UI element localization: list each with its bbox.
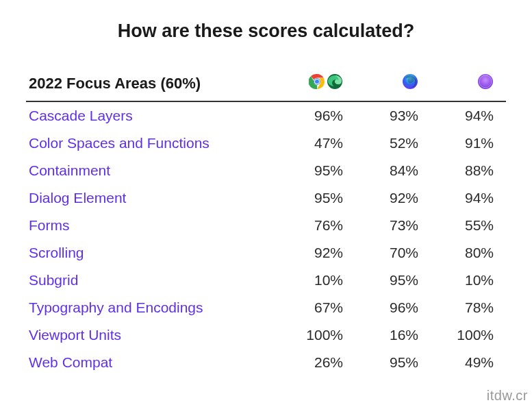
row-value: 49% (431, 349, 506, 376)
row-value: 16% (355, 321, 431, 349)
focus-areas-table: 2022 Focus Areas (60%) (26, 68, 506, 376)
row-label[interactable]: Web Compat (26, 349, 280, 376)
row-label[interactable]: Color Spaces and Functions (26, 130, 280, 157)
row-value: 92% (280, 239, 355, 267)
row-value: 67% (280, 294, 355, 321)
row-value: 70% (355, 239, 431, 267)
row-value: 73% (355, 212, 431, 239)
row-label[interactable]: Scrolling (26, 239, 280, 267)
row-label[interactable]: Containment (26, 157, 280, 184)
row-value: 94% (431, 184, 506, 212)
row-value: 52% (355, 130, 431, 157)
firefox-icon (402, 73, 418, 90)
row-value: 95% (280, 157, 355, 184)
row-value: 88% (431, 157, 506, 184)
row-value: 100% (280, 321, 355, 349)
row-label[interactable]: Subgrid (26, 267, 280, 294)
watermark-text: itdw.cr (487, 388, 528, 404)
table-header-safari (431, 68, 506, 101)
row-value: 10% (431, 267, 506, 294)
table-row: Typography and Encodings 67% 96% 78% (26, 294, 506, 321)
table-row: Containment 95% 84% 88% (26, 157, 506, 184)
table-row: Web Compat 26% 95% 49% (26, 349, 506, 376)
row-value: 47% (280, 130, 355, 157)
row-value: 78% (431, 294, 506, 321)
table-row: Scrolling 92% 70% 80% (26, 239, 506, 267)
table-header-label: 2022 Focus Areas (60%) (26, 68, 280, 101)
chrome-dev-icon (309, 73, 325, 90)
row-value: 94% (431, 101, 506, 130)
table-row: Viewport Units 100% 16% 100% (26, 321, 506, 349)
row-label[interactable]: Cascade Layers (26, 101, 280, 130)
table-body: Cascade Layers 96% 93% 94% Color Spaces … (26, 101, 506, 376)
svg-point-6 (478, 74, 493, 89)
row-value: 91% (431, 130, 506, 157)
row-value: 10% (280, 267, 355, 294)
table-row: Dialog Element 95% 92% 94% (26, 184, 506, 212)
row-value: 80% (431, 239, 506, 267)
page-title: How are these scores calculated? (26, 21, 506, 42)
edge-dev-icon (327, 73, 343, 90)
row-value: 26% (280, 349, 355, 376)
row-value: 92% (355, 184, 431, 212)
row-value: 55% (431, 212, 506, 239)
table-header-chrome-edge (280, 68, 355, 101)
table-row: Forms 76% 73% 55% (26, 212, 506, 239)
row-value: 96% (355, 294, 431, 321)
table-row: Color Spaces and Functions 47% 52% 91% (26, 130, 506, 157)
row-value: 93% (355, 101, 431, 130)
row-value: 95% (355, 349, 431, 376)
row-value: 100% (431, 321, 506, 349)
row-label[interactable]: Typography and Encodings (26, 294, 280, 321)
table-header-firefox (355, 68, 431, 101)
row-value: 95% (355, 267, 431, 294)
row-label[interactable]: Forms (26, 212, 280, 239)
table-row: Cascade Layers 96% 93% 94% (26, 101, 506, 130)
table-row: Subgrid 10% 95% 10% (26, 267, 506, 294)
svg-point-3 (315, 79, 319, 84)
row-label[interactable]: Dialog Element (26, 184, 280, 212)
row-value: 96% (280, 101, 355, 130)
row-value: 84% (355, 157, 431, 184)
row-value: 95% (280, 184, 355, 212)
row-label[interactable]: Viewport Units (26, 321, 280, 349)
row-value: 76% (280, 212, 355, 239)
safari-icon (477, 73, 494, 90)
